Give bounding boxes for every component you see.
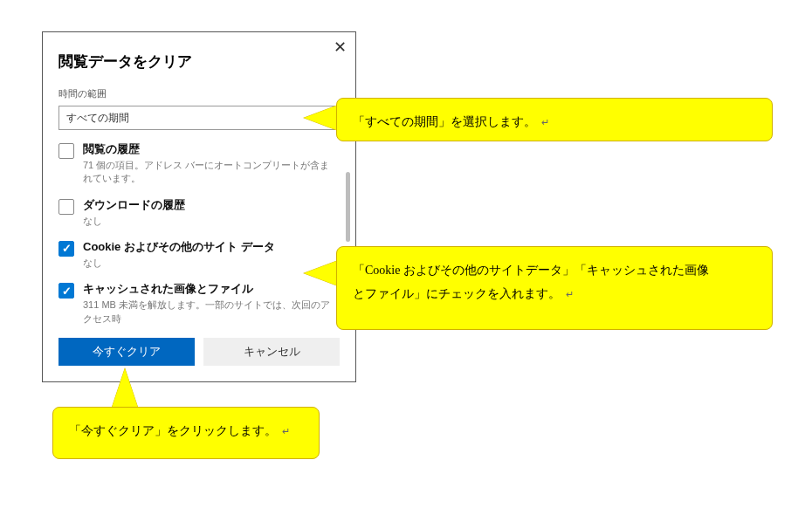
return-symbol-icon: ↵: [282, 426, 290, 436]
option-label: キャッシュされた画像とファイル: [83, 282, 338, 297]
option-cached-images: キャッシュされた画像とファイル 311 MB 未満を解放します。一部のサイトでは…: [58, 282, 340, 326]
callout-arrow-icon: [304, 260, 339, 286]
callout-arrow-icon: [304, 105, 339, 131]
option-sublabel: 71 個の項目。アドレス バーにオートコンプリートが含まれています。: [83, 159, 338, 186]
option-cookies: Cookie およびその他のサイト データ なし: [58, 240, 340, 270]
time-range-select[interactable]: すべての期間 ▾: [58, 106, 340, 130]
time-range-value: すべての期間: [66, 111, 129, 126]
option-browsing-history: 閲覧の履歴 71 個の項目。アドレス バーにオートコンプリートが含まれています。: [58, 142, 340, 186]
return-symbol-icon: ↵: [541, 117, 549, 127]
return-symbol-icon: ↵: [566, 289, 574, 299]
option-label: Cookie およびその他のサイト データ: [83, 240, 275, 255]
option-sublabel: 311 MB 未満を解放します。一部のサイトでは、次回のアクセス時: [83, 299, 338, 326]
callout-text: 「今すぐクリア」をクリックします。: [69, 424, 277, 437]
time-range-label: 時間の範囲: [58, 87, 340, 100]
checkbox-cookies[interactable]: [58, 241, 74, 257]
checkbox-download-history[interactable]: [58, 199, 74, 215]
option-download-history: ダウンロードの履歴 なし: [58, 198, 340, 228]
clear-data-dialog: ✕ 閲覧データをクリア 時間の範囲 すべての期間 ▾ 閲覧の履歴 71 個の項目…: [42, 31, 356, 382]
option-sublabel: なし: [83, 215, 185, 228]
dialog-title: 閲覧データをクリア: [58, 51, 340, 72]
option-label: ダウンロードの履歴: [83, 198, 185, 213]
option-sublabel: なし: [83, 257, 275, 270]
clear-now-button[interactable]: 今すぐクリア: [58, 338, 195, 366]
dialog-button-row: 今すぐクリア キャンセル: [58, 338, 340, 366]
cancel-button[interactable]: キャンセル: [203, 338, 340, 366]
callout-click-clear: 「今すぐクリア」をクリックします。 ↵: [52, 407, 320, 459]
callout-text: とファイル」にチェックを入れます。: [353, 287, 561, 300]
option-label: 閲覧の履歴: [83, 142, 338, 157]
callout-select-all-time: 「すべての期間」を選択します。 ↵: [336, 98, 773, 141]
checkbox-cached-images[interactable]: [58, 283, 74, 299]
close-icon[interactable]: ✕: [334, 39, 347, 55]
callout-arrow-icon: [112, 368, 138, 408]
callout-check-cookies-cache: 「Cookie およびその他のサイトデータ」「キャッシュされた画像 とファイル」…: [336, 246, 773, 330]
callout-text: 「すべての期間」を選択します。: [353, 115, 536, 128]
scrollbar[interactable]: [346, 172, 350, 242]
callout-text: 「Cookie およびその他のサイトデータ」「キャッシュされた画像: [353, 264, 709, 277]
checkbox-browsing-history[interactable]: [58, 143, 74, 159]
